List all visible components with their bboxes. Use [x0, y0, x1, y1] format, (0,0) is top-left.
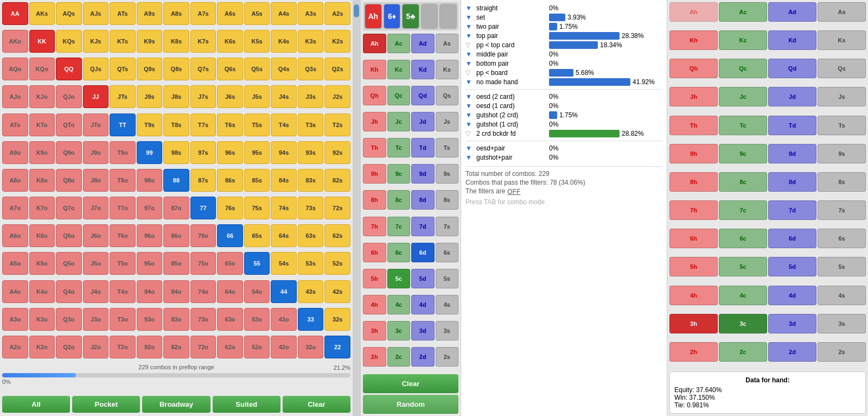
range-cell-43s[interactable]: 43s: [298, 280, 324, 303]
opp-card-3c[interactable]: 3c: [719, 314, 767, 333]
range-cell-88[interactable]: 88: [163, 169, 189, 192]
range-cell-74s[interactable]: 74s: [271, 197, 297, 219]
range-cell-j3o[interactable]: J3o: [83, 308, 109, 331]
selector-card-4c[interactable]: 4c: [387, 295, 411, 314]
filter-icon-5[interactable]: ▼: [465, 51, 474, 58]
selector-card-qc[interactable]: Qc: [387, 86, 411, 105]
range-cell-43o[interactable]: 43o: [271, 308, 297, 331]
range-cell-q2o[interactable]: Q2o: [56, 336, 82, 358]
range-cell-97s[interactable]: 97s: [190, 141, 216, 164]
selector-card-2s[interactable]: 2s: [436, 347, 459, 367]
selector-card-ah[interactable]: Ah: [363, 34, 386, 53]
selector-card-qh[interactable]: Qh: [363, 86, 386, 105]
range-cell-ato[interactable]: ATo: [2, 114, 28, 136]
selector-card-3s[interactable]: 3s: [436, 321, 459, 341]
range-cell-75o[interactable]: 75o: [190, 252, 216, 275]
opp-card-7h[interactable]: 7h: [669, 200, 718, 220]
range-cell-42s[interactable]: 42s: [324, 280, 350, 303]
filters-off-label[interactable]: OFF: [507, 188, 520, 196]
range-cell-qjo[interactable]: QJo: [56, 85, 82, 108]
range-cell-t4s[interactable]: T4s: [271, 114, 297, 136]
range-cell-t2s[interactable]: T2s: [324, 114, 350, 136]
range-cell-92o[interactable]: 92o: [137, 336, 163, 358]
opp-card-8h[interactable]: 8h: [669, 172, 718, 192]
range-cell-a9s[interactable]: A9s: [137, 2, 163, 25]
selector-card-5d[interactable]: 5d: [411, 269, 435, 288]
range-cell-63o[interactable]: 63o: [217, 308, 243, 331]
range-cell-93o[interactable]: 93o: [137, 308, 163, 331]
range-cell-ats[interactable]: ATs: [110, 2, 136, 25]
range-cell-a5s[interactable]: A5s: [244, 2, 270, 25]
range-cell-84s[interactable]: 84s: [271, 169, 297, 192]
range-cell-65o[interactable]: 65o: [217, 252, 243, 275]
range-cell-62s[interactable]: 62s: [324, 224, 350, 247]
range-cell-77[interactable]: 77: [190, 197, 216, 219]
opp-card-td[interactable]: Td: [768, 116, 816, 135]
range-cell-kk[interactable]: KK: [29, 30, 55, 53]
range-cell-t6s[interactable]: T6s: [217, 114, 243, 136]
range-cell-32s[interactable]: 32s: [324, 308, 350, 331]
opp-card-4h[interactable]: 4h: [669, 286, 718, 305]
opp-card-4s[interactable]: 4s: [818, 286, 866, 305]
range-cell-q3s[interactable]: Q3s: [298, 58, 324, 80]
opp-card-ac[interactable]: Ac: [719, 2, 767, 22]
range-cell-65s[interactable]: 65s: [244, 224, 270, 247]
opp-card-ks[interactable]: Ks: [818, 30, 866, 50]
clear-range-button[interactable]: Clear: [283, 396, 350, 413]
range-cell-86o[interactable]: 86o: [163, 224, 189, 247]
opp-card-9h[interactable]: 9h: [669, 144, 718, 163]
range-cell-74o[interactable]: 74o: [190, 280, 216, 303]
opp-card-3d[interactable]: 3d: [768, 314, 816, 333]
selector-card-th[interactable]: Th: [363, 138, 386, 157]
selector-card-9d[interactable]: 9d: [411, 164, 435, 184]
filter-icon-15[interactable]: ▼: [465, 154, 474, 161]
range-cell-83s[interactable]: 83s: [298, 169, 324, 192]
range-cell-q6o[interactable]: Q6o: [56, 224, 82, 247]
selector-card-kd[interactable]: Kd: [411, 60, 435, 79]
opp-card-js[interactable]: Js: [818, 87, 866, 106]
range-cell-aa[interactable]: AA: [2, 2, 28, 25]
hero-card-3[interactable]: 5♣: [402, 4, 419, 29]
range-cell-q4o[interactable]: Q4o: [56, 280, 82, 303]
range-cell-jj[interactable]: JJ: [83, 85, 109, 108]
opp-card-2h[interactable]: 2h: [669, 342, 718, 362]
filter-icon-0[interactable]: ▼: [465, 4, 474, 12]
range-cell-k9s[interactable]: K9s: [137, 30, 163, 53]
range-cell-62o[interactable]: 62o: [217, 336, 243, 358]
range-cell-k3s[interactable]: K3s: [298, 30, 324, 53]
filter-icon-14[interactable]: ▼: [465, 144, 474, 152]
selector-card-8c[interactable]: 8c: [387, 190, 411, 210]
range-cell-k9o[interactable]: K9o: [29, 141, 55, 164]
range-cell-k4s[interactable]: K4s: [271, 30, 297, 53]
range-cell-j4o[interactable]: J4o: [83, 280, 109, 303]
range-cell-94o[interactable]: 94o: [137, 280, 163, 303]
range-cell-t3o[interactable]: T3o: [110, 308, 136, 331]
range-cell-63s[interactable]: 63s: [298, 224, 324, 247]
opp-card-8c[interactable]: 8c: [719, 172, 767, 192]
selector-card-jd[interactable]: Jd: [411, 112, 435, 131]
range-cell-52s[interactable]: 52s: [324, 252, 350, 275]
opp-card-6h[interactable]: 6h: [669, 229, 718, 248]
range-cell-42o[interactable]: 42o: [271, 336, 297, 358]
selector-card-8d[interactable]: 8d: [411, 190, 435, 210]
range-cell-a2s[interactable]: A2s: [324, 2, 350, 25]
opp-card-jc[interactable]: Jc: [719, 87, 767, 106]
range-cell-t4o[interactable]: T4o: [110, 280, 136, 303]
opp-card-7d[interactable]: 7d: [768, 200, 816, 220]
range-cell-ajs[interactable]: AJs: [83, 2, 109, 25]
random-cards-button[interactable]: Random: [363, 395, 458, 414]
range-cell-72s[interactable]: 72s: [324, 197, 350, 219]
range-cell-k4o[interactable]: K4o: [29, 280, 55, 303]
range-cell-76s[interactable]: 76s: [217, 197, 243, 219]
range-cell-84o[interactable]: 84o: [163, 280, 189, 303]
range-cell-q9o[interactable]: Q9o: [56, 141, 82, 164]
range-cell-t5o[interactable]: T5o: [110, 252, 136, 275]
range-cell-86s[interactable]: 86s: [217, 169, 243, 192]
range-cell-k8s[interactable]: K8s: [163, 30, 189, 53]
range-cell-73s[interactable]: 73s: [298, 197, 324, 219]
range-cell-aqs[interactable]: AQs: [56, 2, 82, 25]
opp-card-4c[interactable]: 4c: [719, 286, 767, 305]
range-cell-a5o[interactable]: A5o: [2, 252, 28, 275]
selector-card-9c[interactable]: 9c: [387, 164, 411, 184]
range-cell-22[interactable]: 22: [324, 336, 350, 358]
